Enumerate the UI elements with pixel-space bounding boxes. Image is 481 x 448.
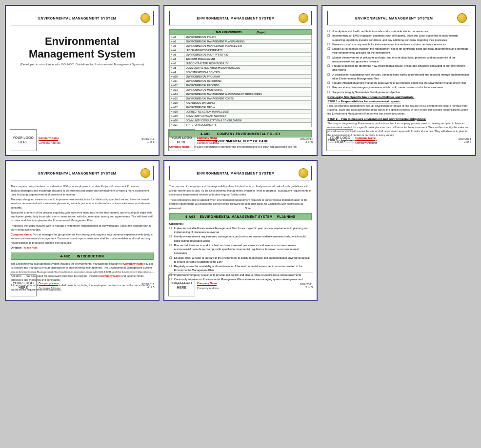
toc-row: 4-A7SUBCONTRACTOR RESPONSIBILITY	[169, 61, 312, 66]
page-1: ENVIRONMENTAL MANAGEMENT SYSTEM Environm…	[5, 5, 160, 156]
step-header-1: STEP 1 – Responsibilities for environmen…	[327, 100, 470, 103]
checkbox-item: Monitor the movement of pollutants and d…	[327, 56, 470, 64]
checkbox-item: Provide information among managers about…	[327, 81, 470, 85]
page-2: ENVIRONMENTAL MANAGEMENT SYSTEM TABLE OF…	[163, 5, 318, 156]
toc-row: 4-A19COMMUNITY ARTS AND SERVICES	[169, 114, 312, 118]
toc-label: COMMUNITY & NEIGHBOURHOOD PROBLEMS	[184, 66, 312, 70]
footer-center-5: Company Name Company Address	[197, 282, 298, 290]
header-title-5: ENVIRONMENTAL MANAGEMENT SYSTEM	[173, 172, 299, 175]
toc-row: 4-A21STATUTORY DOCUMENTS	[169, 123, 312, 127]
footer-info-1: Company Name Company Address	[39, 136, 140, 144]
footer-info-3: Company Name Company Address	[355, 136, 456, 144]
toc-row: 4-A2ENVIRONMENTAL MANAGEMENT PLAN PLANNI…	[169, 39, 312, 44]
checkbox-item: A proactive for consultance with service…	[327, 73, 470, 81]
toc-row: 4-A4LEGISLATION/CODES/PERMITS	[169, 48, 312, 53]
section-bar-5: 4-A03 ENVIRONMENTAL MANAGEMENT SYSTEM PL…	[169, 213, 312, 220]
logo-box-1: YOUR LOGO HERE	[10, 129, 37, 151]
page4-body: The company policy involves consideratio…	[11, 184, 154, 250]
toc-label: CONTAMINATION & CONTROL	[184, 70, 312, 75]
toc-label: HAZARDOUS MATERIALS	[184, 101, 312, 105]
toc-row: 4-A9CONTAMINATION & CONTROL	[169, 70, 312, 75]
footer-page-2: 2 of 5	[305, 140, 313, 143]
toc-number: 4-A14	[169, 92, 184, 97]
toc-number: 4-A13	[169, 88, 184, 92]
toc-row: 4-A20COMMUNITY CONSULTATION & CONSULTATI…	[169, 118, 312, 123]
toc-number: 4-A12	[169, 83, 184, 88]
toc-label: COMMUNITY CONSULTATION & CONSULTATION	[184, 118, 312, 123]
empty-slot	[321, 160, 476, 301]
company-name-5: Company Name	[197, 282, 218, 285]
toc-row: 4-A10ENVIRONMENTAL PROGRAM	[169, 75, 312, 79]
step1-content: Plan, or programs management are, all en…	[327, 104, 470, 116]
footer-page-5: 5 of 5	[305, 286, 313, 289]
header-title-4: ENVIRONMENTAL MANAGEMENT SYSTEM	[14, 172, 140, 175]
gold-coin-3	[457, 13, 467, 23]
checkbox-item: Support a Integrity Sustainable Developm…	[327, 90, 470, 94]
footer-right-4: 3/02/2011 4 of 5	[141, 283, 155, 289]
red-line-5	[197, 285, 217, 286]
toc-row: 4-A3ENVIRONMENTAL MANAGEMENT PLAN REVIEW	[169, 44, 312, 48]
gold-coin-2	[299, 13, 308, 23]
logo-box-4: YOUR LOGO HERE	[10, 274, 37, 296]
company-name-4: Company Name	[39, 282, 59, 285]
toc-number: 4-A21	[169, 123, 184, 127]
logo-box-2: YOUR LOGO HERE	[168, 129, 195, 151]
toc-label: ENVIRONMENTAL RECORDS	[184, 83, 312, 88]
page5-intro: The purpose of the system and the respon…	[169, 184, 312, 196]
toc-label: ENVIRONMENTAL MONITORING	[184, 88, 312, 92]
toc-table: TABLE OF CONTENTS (Pages) 4-A1ENVIRONMEN…	[169, 29, 312, 127]
company-address-3: Company Address	[355, 141, 377, 144]
toc-number: 4-A7	[169, 61, 184, 66]
company-address-4: Company Address	[39, 287, 60, 290]
footer-right-1: 3/02/2011 1 of 5	[141, 137, 155, 143]
page4-paragraph: Company Name: Pty Ltd manages the group …	[11, 233, 154, 245]
toc-row: 4-A13ENVIRONMENTAL MONITORING	[169, 88, 312, 92]
objective-item: Implement suitable Environmental Managem…	[169, 226, 312, 234]
checkbox-item: A workplace which will contribute to a s…	[327, 29, 470, 33]
toc-label: ENVIRONMENTAL MANAGEMENT COSTS	[184, 97, 312, 101]
footer-page-4: 4 of 5	[147, 286, 155, 289]
footer-info-5: Company Name Company Address	[197, 282, 298, 290]
toc-label: CORRECTIVE ACTION MANAGEMENT	[184, 110, 312, 114]
toc-row: 4-A8COMMUNITY & NEIGHBOURHOOD PROBLEMS	[169, 66, 312, 70]
toc-label: STATUTORY DOCUMENTS	[184, 123, 312, 127]
toc-label: ENVIRONMENTAL INJURY/FIRST AID	[184, 53, 312, 57]
logo-box-5: YOUR LOGO HERE	[168, 274, 195, 296]
main-subtitle-text: (Developed in compliance with ISO 14001 …	[16, 63, 149, 66]
page-1-main-title: Environmental Management System (Develop…	[16, 35, 149, 66]
toc-number: 4-A8	[169, 66, 184, 70]
checkbox-item: Ensure our staff are responsible for the…	[327, 42, 470, 46]
page4-paragraph: Processes the steps involved with to man…	[11, 224, 154, 232]
toc-label: ENVIRONMENTAL POLICY	[184, 35, 312, 39]
footer-right-3: 3/02/2011 3 of 5	[458, 137, 471, 143]
toc-number: 4-A15	[169, 97, 184, 101]
page-1-header: ENVIRONMENTAL MANAGEMENT SYSTEM	[11, 11, 154, 25]
footer-center-4: Company Name Company Address	[39, 282, 140, 290]
toc-row: 4-A15ENVIRONMENTAL MANAGEMENT COSTS	[169, 97, 312, 101]
toc-label: COMMUNITY ARTS AND SERVICES	[184, 114, 312, 118]
toc-row: 4-A14ENVIRONMENTAL MANAGEMENT & ASSESSME…	[169, 92, 312, 97]
toc-number: 4-A6	[169, 57, 184, 61]
checkbox-list-3: A workplace which will contribute to a s…	[327, 29, 470, 94]
footer-center-1: Company Name Company Address	[39, 136, 140, 144]
page-2-footer: YOUR LOGO HERE Company Name Company Addr…	[168, 127, 313, 151]
company-name-3: Company Name	[355, 136, 376, 139]
footer-right-5: 3/02/2011 5 of 5	[300, 283, 313, 289]
main-title-text: Environmental Management System	[16, 35, 149, 61]
toc-label: LEGISLATION/CODES/PERMITS	[184, 48, 312, 53]
toc-row: 4-A12ENVIRONMENTAL RECORDS	[169, 83, 312, 88]
objective-item: Educate, train, & begin to prepare to th…	[169, 256, 312, 264]
section-bar-4: 4-A02 INTRODUCTION	[11, 253, 154, 260]
toc-number: 4-A11	[169, 79, 184, 83]
footer-page-3: 3 of 5	[464, 140, 471, 143]
checkbox-item: Ensure our processes maintain the manage…	[327, 47, 470, 55]
checkbox-item: Implementing an EMS (regulation document…	[327, 34, 470, 42]
footer-center-3: Company Name Company Address	[355, 136, 456, 144]
toc-label: ENVIRONMENTAL MANAGEMENT PLAN REVIEW	[184, 44, 312, 48]
toc-number: 4-A18	[169, 110, 184, 114]
step-header-2: STEP 2 – Plan to measure environment and…	[327, 117, 470, 120]
checkbox-item: Prepare at any time emergency measures w…	[327, 85, 470, 89]
company-address-2: Company Address	[197, 141, 219, 144]
footer-info-4: Company Name Company Address	[39, 282, 140, 290]
page-4-footer: YOUR LOGO HERE Company Name Company Addr…	[10, 272, 155, 296]
